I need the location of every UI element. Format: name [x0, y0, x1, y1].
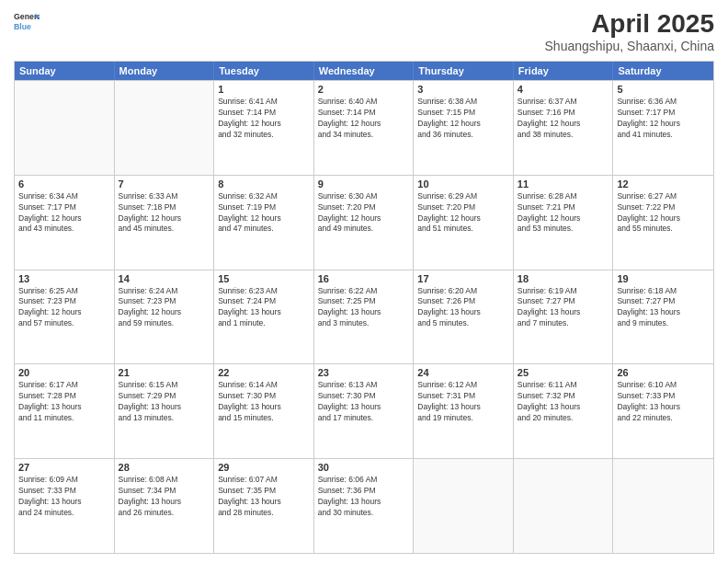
day-info: Sunrise: 6:09 AMSunset: 7:33 PMDaylight:… — [18, 475, 110, 519]
calendar-cell: 21Sunrise: 6:15 AMSunset: 7:29 PMDayligh… — [115, 364, 215, 458]
day-number: 10 — [417, 178, 509, 190]
day-number: 27 — [18, 462, 110, 473]
day-number: 9 — [318, 178, 410, 190]
calendar-cell: 19Sunrise: 6:18 AMSunset: 7:27 PMDayligh… — [613, 270, 713, 364]
day-number: 3 — [417, 84, 509, 95]
day-info: Sunrise: 6:19 AMSunset: 7:27 PMDaylight:… — [518, 286, 609, 330]
calendar-cell — [414, 459, 514, 553]
header: General Blue April 2025 Shuangshipu, Sha… — [14, 9, 714, 53]
day-number: 23 — [318, 367, 410, 378]
day-of-week-thursday: Thursday — [414, 62, 514, 80]
calendar-cell: 22Sunrise: 6:14 AMSunset: 7:30 PMDayligh… — [214, 364, 314, 458]
day-info: Sunrise: 6:23 AMSunset: 7:24 PMDaylight:… — [218, 286, 310, 330]
day-info: Sunrise: 6:11 AMSunset: 7:32 PMDaylight:… — [518, 380, 609, 424]
calendar-cell: 15Sunrise: 6:23 AMSunset: 7:24 PMDayligh… — [214, 270, 314, 364]
day-number: 7 — [119, 178, 210, 190]
day-info: Sunrise: 6:10 AMSunset: 7:33 PMDaylight:… — [617, 380, 710, 424]
day-number: 6 — [18, 178, 110, 190]
day-number: 29 — [218, 462, 310, 473]
day-info: Sunrise: 6:32 AMSunset: 7:19 PMDaylight:… — [218, 191, 310, 236]
calendar: SundayMondayTuesdayWednesdayThursdayFrid… — [14, 61, 714, 554]
calendar-cell: 20Sunrise: 6:17 AMSunset: 7:28 PMDayligh… — [15, 364, 115, 458]
day-number: 20 — [18, 367, 110, 378]
day-info: Sunrise: 6:41 AMSunset: 7:14 PMDaylight:… — [218, 97, 310, 141]
day-info: Sunrise: 6:24 AMSunset: 7:23 PMDaylight:… — [119, 286, 210, 330]
day-number: 26 — [617, 367, 710, 378]
day-info: Sunrise: 6:38 AMSunset: 7:15 PMDaylight:… — [417, 97, 509, 141]
title-block: April 2025 Shuangshipu, Shaanxi, China — [545, 9, 714, 53]
day-of-week-friday: Friday — [514, 62, 614, 80]
day-info: Sunrise: 6:07 AMSunset: 7:35 PMDaylight:… — [218, 475, 310, 519]
day-number: 22 — [218, 367, 310, 378]
day-info: Sunrise: 6:30 AMSunset: 7:20 PMDaylight:… — [318, 191, 410, 236]
calendar-cell: 8Sunrise: 6:32 AMSunset: 7:19 PMDaylight… — [214, 176, 314, 270]
day-of-week-wednesday: Wednesday — [314, 62, 415, 80]
calendar-cell: 14Sunrise: 6:24 AMSunset: 7:23 PMDayligh… — [115, 270, 215, 364]
day-info: Sunrise: 6:25 AMSunset: 7:23 PMDaylight:… — [18, 286, 110, 330]
day-number: 24 — [417, 367, 509, 378]
day-number: 14 — [119, 273, 210, 284]
calendar-cell: 28Sunrise: 6:08 AMSunset: 7:34 PMDayligh… — [115, 459, 215, 553]
location-subtitle: Shuangshipu, Shaanxi, China — [545, 39, 714, 53]
day-info: Sunrise: 6:40 AMSunset: 7:14 PMDaylight:… — [318, 97, 410, 141]
calendar-cell: 11Sunrise: 6:28 AMSunset: 7:21 PMDayligh… — [514, 176, 614, 270]
day-info: Sunrise: 6:18 AMSunset: 7:27 PMDaylight:… — [617, 286, 710, 330]
day-info: Sunrise: 6:34 AMSunset: 7:17 PMDaylight:… — [18, 191, 110, 236]
day-number: 19 — [617, 273, 710, 284]
calendar-cell: 6Sunrise: 6:34 AMSunset: 7:17 PMDaylight… — [15, 176, 115, 270]
day-number: 15 — [218, 273, 310, 284]
calendar-cell: 30Sunrise: 6:06 AMSunset: 7:36 PMDayligh… — [314, 459, 415, 553]
calendar-cell — [115, 81, 215, 175]
calendar-cell: 4Sunrise: 6:37 AMSunset: 7:16 PMDaylight… — [514, 81, 614, 175]
calendar-cell: 9Sunrise: 6:30 AMSunset: 7:20 PMDaylight… — [314, 176, 415, 270]
day-of-week-tuesday: Tuesday — [214, 62, 314, 80]
calendar-cell: 5Sunrise: 6:36 AMSunset: 7:17 PMDaylight… — [613, 81, 713, 175]
day-of-week-saturday: Saturday — [613, 62, 713, 80]
day-info: Sunrise: 6:15 AMSunset: 7:29 PMDaylight:… — [119, 380, 210, 424]
page: General Blue April 2025 Shuangshipu, Sha… — [0, 0, 728, 563]
day-number: 5 — [617, 84, 710, 95]
day-info: Sunrise: 6:06 AMSunset: 7:36 PMDaylight:… — [318, 475, 410, 519]
day-info: Sunrise: 6:33 AMSunset: 7:18 PMDaylight:… — [119, 191, 210, 236]
day-number: 21 — [119, 367, 210, 378]
day-number: 16 — [318, 273, 410, 284]
calendar-cell: 16Sunrise: 6:22 AMSunset: 7:25 PMDayligh… — [314, 270, 415, 364]
calendar-cell: 27Sunrise: 6:09 AMSunset: 7:33 PMDayligh… — [15, 459, 115, 553]
calendar-cell: 24Sunrise: 6:12 AMSunset: 7:31 PMDayligh… — [414, 364, 514, 458]
day-number: 4 — [518, 84, 609, 95]
day-number: 25 — [518, 367, 609, 378]
calendar-cell — [613, 459, 713, 553]
svg-text:Blue: Blue — [14, 22, 31, 31]
day-number: 1 — [218, 84, 310, 95]
day-number: 11 — [518, 178, 609, 190]
calendar-cell: 17Sunrise: 6:20 AMSunset: 7:26 PMDayligh… — [414, 270, 514, 364]
calendar-cell: 13Sunrise: 6:25 AMSunset: 7:23 PMDayligh… — [15, 270, 115, 364]
day-number: 8 — [218, 178, 310, 190]
logo-icon: General Blue — [14, 9, 40, 35]
calendar-week-5: 27Sunrise: 6:09 AMSunset: 7:33 PMDayligh… — [15, 458, 713, 553]
day-info: Sunrise: 6:14 AMSunset: 7:30 PMDaylight:… — [218, 380, 310, 424]
calendar-cell: 29Sunrise: 6:07 AMSunset: 7:35 PMDayligh… — [214, 459, 314, 553]
calendar-body: 1Sunrise: 6:41 AMSunset: 7:14 PMDaylight… — [15, 80, 713, 553]
calendar-week-4: 20Sunrise: 6:17 AMSunset: 7:28 PMDayligh… — [15, 363, 713, 458]
day-info: Sunrise: 6:12 AMSunset: 7:31 PMDaylight:… — [417, 380, 509, 424]
day-info: Sunrise: 6:22 AMSunset: 7:25 PMDaylight:… — [318, 286, 410, 330]
calendar-week-1: 1Sunrise: 6:41 AMSunset: 7:14 PMDaylight… — [15, 80, 713, 175]
calendar-cell: 26Sunrise: 6:10 AMSunset: 7:33 PMDayligh… — [613, 364, 713, 458]
day-number: 28 — [119, 462, 210, 473]
logo: General Blue — [14, 9, 40, 35]
calendar-week-2: 6Sunrise: 6:34 AMSunset: 7:17 PMDaylight… — [15, 175, 713, 270]
day-number: 18 — [518, 273, 609, 284]
day-info: Sunrise: 6:36 AMSunset: 7:17 PMDaylight:… — [617, 97, 710, 141]
day-info: Sunrise: 6:28 AMSunset: 7:21 PMDaylight:… — [518, 191, 609, 236]
calendar-cell: 3Sunrise: 6:38 AMSunset: 7:15 PMDaylight… — [414, 81, 514, 175]
calendar-cell — [15, 81, 115, 175]
day-info: Sunrise: 6:17 AMSunset: 7:28 PMDaylight:… — [18, 380, 110, 424]
calendar-cell: 23Sunrise: 6:13 AMSunset: 7:30 PMDayligh… — [314, 364, 415, 458]
calendar-header: SundayMondayTuesdayWednesdayThursdayFrid… — [15, 62, 713, 80]
day-info: Sunrise: 6:27 AMSunset: 7:22 PMDaylight:… — [617, 191, 710, 236]
day-number: 2 — [318, 84, 410, 95]
month-year-title: April 2025 — [545, 9, 714, 39]
calendar-week-3: 13Sunrise: 6:25 AMSunset: 7:23 PMDayligh… — [15, 270, 713, 364]
day-number: 30 — [318, 462, 410, 473]
